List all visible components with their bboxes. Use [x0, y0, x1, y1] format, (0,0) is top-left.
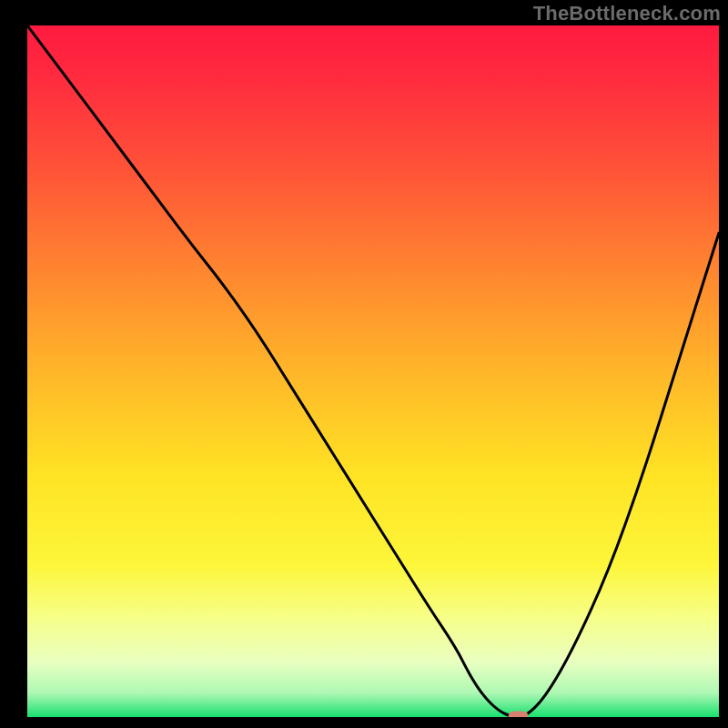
- chart-stage: TheBottleneck.com: [0, 0, 728, 728]
- bottleneck-chart: [0, 0, 728, 728]
- optimal-point-marker: [509, 712, 529, 723]
- gradient-background: [27, 25, 719, 717]
